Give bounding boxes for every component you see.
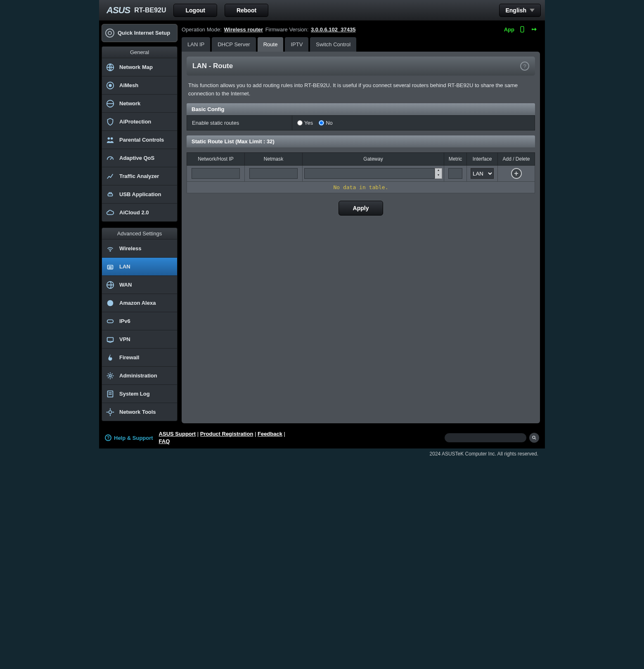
users-icon [105,135,115,145]
phone-icon[interactable] [519,26,526,33]
footer-links: ASUS Support | Product Registration | Fe… [159,430,285,445]
network-icon [105,99,115,109]
tab-dhcp-server[interactable]: DHCP Server [212,37,256,52]
gear-icon [105,371,115,381]
sidebar-item-network-tools[interactable]: Network Tools [102,403,177,421]
chevron-down-icon [530,9,535,12]
apply-button[interactable]: Apply [339,201,384,216]
empty-message: No data in table. [187,182,535,193]
svg-point-5 [111,137,113,140]
basic-config-header: Basic Config [187,103,535,115]
sidebar-item-administration[interactable]: Administration [102,366,177,384]
svg-point-15 [109,410,111,413]
sidebar-item-network-map[interactable]: Network Map [102,58,177,76]
reboot-button[interactable]: Reboot [225,4,268,17]
asus-support-link[interactable]: ASUS Support [159,431,196,437]
product-registration-link[interactable]: Product Registration [200,431,253,437]
add-route-button[interactable]: + [511,168,522,179]
enable-yes-radio[interactable]: Yes [297,120,313,126]
col-action: Add / Delete [498,153,535,166]
svg-point-4 [108,137,110,140]
ipv6-icon [105,316,115,326]
mesh-icon [105,81,115,90]
netmask-input[interactable] [249,168,298,179]
tab-switch-control[interactable]: Switch Control [310,37,356,52]
metric-input[interactable] [448,168,462,179]
col-netmask: Netmask [245,153,303,166]
sidebar-item-lan[interactable]: LAN [102,257,177,275]
sidebar-item-system-log[interactable]: System Log [102,384,177,403]
sidebar-item-wireless[interactable]: Wireless [102,239,177,257]
usb-icon [105,190,115,199]
svg-rect-11 [107,320,114,323]
route-list-header: Static Route List (Max Limit : 32) [187,135,535,147]
interface-select[interactable]: LAN [471,168,494,179]
usb-status-icon[interactable] [530,26,538,33]
tab-route[interactable]: Route [258,37,284,52]
language-select[interactable]: English [499,4,541,17]
enable-static-routes-row: Enable static routes Yes No [187,115,535,130]
chart-icon [105,171,115,181]
enable-static-routes-label: Enable static routes [187,116,292,130]
route-table: Network/Host IP Netmask Gateway Metric I… [187,152,535,193]
lan-icon [105,262,115,272]
app-link[interactable]: App [504,26,514,33]
tab-iptv[interactable]: IPTV [285,37,308,52]
svg-point-17 [533,436,535,439]
fire-icon [105,353,115,363]
alexa-icon [105,298,115,308]
sidebar-item-parental-controls[interactable]: Parental Controls [102,130,177,149]
help-icon[interactable]: ? [520,62,529,71]
footer: ? Help & Support ASUS Support | Product … [99,427,545,448]
svg-point-13 [109,375,111,377]
help-icon: ? [105,434,111,441]
svg-rect-12 [107,337,114,341]
page-title: LAN - Route [192,62,233,70]
sidebar-item-adaptive-qos[interactable]: Adaptive QoS [102,149,177,167]
col-metric: Metric [444,153,467,166]
shield-icon [105,117,115,127]
enable-no-radio[interactable]: No [319,120,333,126]
logout-button[interactable]: Logout [173,4,217,17]
gateway-input[interactable] [304,168,435,179]
svg-point-7 [110,250,111,251]
host-input[interactable] [192,168,240,179]
sidebar-item-firewall[interactable]: Firewall [102,348,177,366]
help-support-link[interactable]: Help & Support [114,435,153,441]
page-title-bar: LAN - Route ? [187,57,535,76]
sidebar-item-aimesh[interactable]: AiMesh [102,76,177,94]
gateway-stepper[interactable]: ▲▼ [435,168,442,179]
sidebar-item-network[interactable]: Network [102,94,177,112]
fw-link[interactable]: 3.0.0.6.102_37435 [311,26,355,33]
col-gateway: Gateway [303,153,444,166]
svg-point-2 [109,84,111,87]
faq-link[interactable]: FAQ [159,438,170,444]
search-button[interactable] [529,433,539,443]
model-name: RT-BE92U [134,7,166,14]
fw-label: Firmware Version: [265,26,309,33]
sidebar-item-vpn[interactable]: VPN [102,330,177,348]
vpn-icon [105,334,115,344]
general-header: General [102,47,177,58]
sidebar-item-wan[interactable]: WAN [102,275,177,294]
sidebar-item-usb-application[interactable]: USB Application [102,185,177,203]
op-mode-link[interactable]: Wireless router [224,26,263,33]
col-host: Network/Host IP [187,153,245,166]
sidebar-item-traffic-analyzer[interactable]: Traffic Analyzer [102,167,177,185]
language-label: English [505,7,526,14]
tab-lan-ip[interactable]: LAN IP [182,37,210,52]
page-description: This function allows you to add routing … [187,76,535,103]
sidebar-item-aiprotection[interactable]: AiProtection [102,112,177,130]
gear-icon [105,28,114,38]
sidebar-item-ipv6[interactable]: IPv6 [102,312,177,330]
feedback-link[interactable]: Feedback [258,431,282,437]
svg-point-10 [107,300,114,306]
general-menu: General Network Map AiMesh Network AiPro… [102,46,178,222]
wifi-icon [105,244,115,254]
footer-search-input[interactable] [444,433,527,443]
sidebar-item-alexa[interactable]: Amazon Alexa [102,294,177,312]
gauge-icon [105,153,115,163]
sidebar-item-aicloud[interactable]: AiCloud 2.0 [102,203,177,221]
log-icon [105,389,115,399]
quick-internet-setup-button[interactable]: Quick Internet Setup [102,24,178,42]
